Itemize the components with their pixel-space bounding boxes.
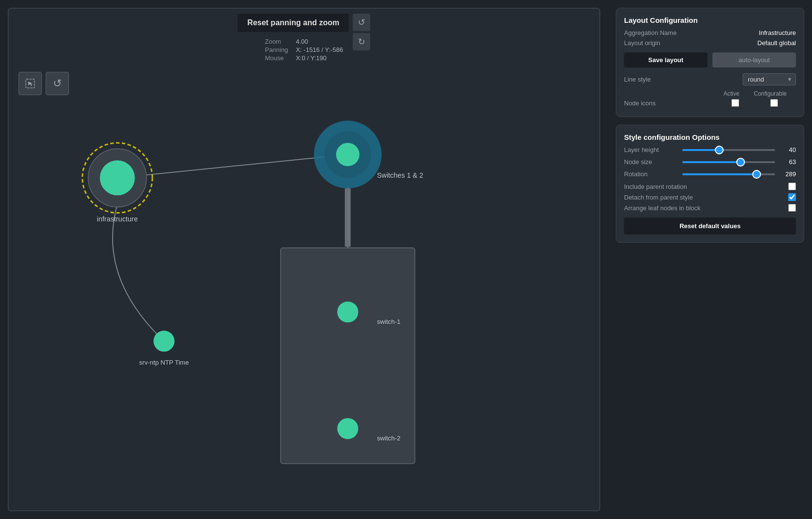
node-icons-active-checkbox[interactable] (731, 99, 739, 107)
undo-button[interactable]: ↺ (353, 14, 371, 31)
node-icons-row: Node icons (624, 99, 796, 107)
reset-defaults-button[interactable]: Reset default values (624, 218, 796, 234)
node-icons-configurable-checkbox[interactable] (770, 99, 778, 107)
node-size-value: 63 (779, 158, 796, 166)
svg-point-10 (336, 143, 359, 166)
configurable-col-header: Configurable (748, 90, 792, 97)
layer-height-slider[interactable] (682, 149, 775, 151)
svg-rect-11 (345, 188, 351, 247)
reset-panning-button[interactable]: Reset panning and zoom (237, 14, 349, 32)
layout-origin-row: Layout origin Default global (624, 39, 796, 47)
canvas-toolbar: Reset panning and zoom ↺ ↻ (237, 14, 370, 50)
aggregation-name-row: Aggregation Name Infrastructure (624, 29, 796, 36)
svg-point-13 (153, 331, 174, 352)
arrange-leaf-nodes-checkbox[interactable] (788, 204, 796, 212)
layer-height-row: Layer height 40 (624, 146, 796, 153)
canvas-area: Reset panning and zoom ↺ ↻ Zoom 4.00 Pan… (8, 8, 600, 511)
node-size-slider[interactable] (682, 161, 775, 163)
right-panel: Layout Configuration Aggregation Name In… (608, 0, 812, 519)
include-parent-rotation-row: Include parent rotation (624, 183, 796, 190)
node-size-row: Node size 63 (624, 158, 796, 166)
rotation-value: 289 (779, 170, 796, 178)
network-graph[interactable]: infrastructure Switches 1 & 2 srv-ntp NT… (9, 9, 599, 510)
aggregation-name-value: Infrastructure (759, 29, 796, 36)
arrange-leaf-nodes-label: Arrange leaf nodes in block (624, 204, 788, 212)
style-config-section: Style configuration Options Layer height… (616, 125, 804, 243)
layer-height-value: 40 (779, 146, 796, 153)
include-parent-rotation-label: Include parent rotation (624, 183, 788, 190)
line-style-select[interactable]: round straight curved (743, 73, 796, 85)
svg-point-6 (100, 160, 135, 195)
line-style-label: Line style (624, 76, 651, 83)
svg-text:srv-ntp NTP Time: srv-ntp NTP Time (139, 359, 188, 366)
layout-config-title: Layout Configuration (624, 16, 796, 24)
svg-text:Switches 1 & 2: Switches 1 & 2 (377, 171, 423, 179)
detach-parent-checkbox[interactable] (788, 193, 796, 201)
line-style-dropdown-wrapper: round straight curved ▼ (743, 73, 796, 85)
rotation-row: Rotation 289 (624, 170, 796, 178)
undo-redo-group: ↺ ↻ (353, 14, 371, 50)
active-col-header: Active (714, 90, 748, 97)
node-icons-configurable-checkbox-wrapper (752, 99, 796, 107)
node-icons-label: Node icons (624, 100, 718, 107)
layer-height-label: Layer height (624, 146, 682, 153)
redo-button[interactable]: ↻ (353, 33, 371, 50)
auto-layout-button[interactable]: auto-layout (712, 52, 796, 67)
svg-text:infrastructure: infrastructure (97, 215, 138, 223)
node-size-label: Node size (624, 158, 682, 166)
svg-text:switch-1: switch-1 (377, 318, 400, 325)
layout-buttons-row: Save layout auto-layout (624, 52, 796, 67)
rotation-label: Rotation (624, 170, 682, 178)
detach-parent-label: Detach from parent style (624, 194, 788, 201)
node-icons-active-checkbox-wrapper (718, 99, 752, 107)
svg-text:switch-2: switch-2 (377, 435, 400, 442)
layout-config-section: Layout Configuration Aggregation Name In… (616, 8, 804, 117)
arrange-leaf-nodes-row: Arrange leaf nodes in block (624, 204, 796, 212)
svg-point-17 (337, 418, 358, 439)
svg-point-15 (337, 301, 358, 322)
detach-parent-row: Detach from parent style (624, 193, 796, 201)
redo-icon: ↻ (358, 36, 365, 47)
aggregation-name-label: Aggregation Name (624, 29, 677, 36)
style-config-title: Style configuration Options (624, 133, 796, 141)
layout-origin-value: Default global (758, 39, 796, 47)
layout-origin-label: Layout origin (624, 39, 660, 47)
line-style-row: Line style round straight curved ▼ (624, 73, 796, 85)
include-parent-rotation-checkbox[interactable] (788, 183, 796, 190)
save-layout-button[interactable]: Save layout (624, 52, 708, 67)
undo-icon: ↺ (358, 17, 365, 28)
rotation-slider[interactable] (682, 173, 775, 175)
